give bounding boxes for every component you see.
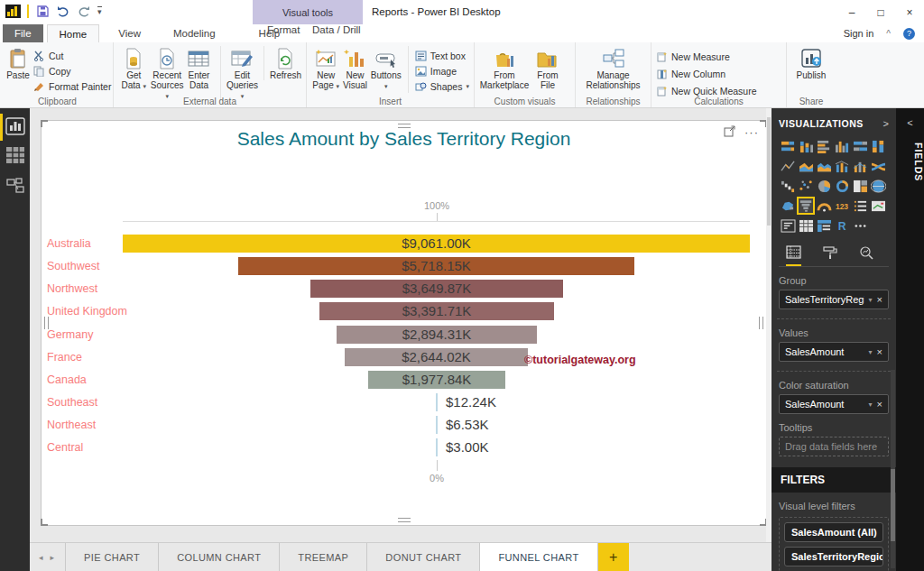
page-tab-pie-chart[interactable]: PIE CHART: [65, 543, 158, 571]
field-pill-group[interactable]: SalesTerritoryRegion ▾ ×: [779, 290, 889, 309]
from-marketplace-button[interactable]: From Marketplace: [479, 46, 530, 90]
fields-panel-collapsed[interactable]: < FIELDS: [896, 108, 924, 571]
viz-icon-line-stacked-column[interactable]: [833, 157, 851, 175]
tab-data-drill[interactable]: Data / Drill: [300, 24, 373, 35]
redo-icon[interactable]: [77, 4, 91, 18]
viz-icon-pie[interactable]: [815, 177, 833, 195]
viz-icon-line-clustered-column[interactable]: [851, 157, 869, 175]
viz-icon-scatter[interactable]: [797, 177, 815, 195]
viz-icon-table[interactable]: [797, 216, 815, 235]
funnel-bar[interactable]: [436, 438, 438, 456]
new-measure-button[interactable]: New Measure: [656, 50, 757, 63]
tab-home[interactable]: Home: [47, 24, 100, 42]
enter-data-button[interactable]: Enter Data: [185, 46, 213, 90]
viz-icon-stacked-bar[interactable]: [779, 137, 797, 155]
funnel-bar[interactable]: $2,644.02K: [345, 348, 528, 366]
manage-relationships-button[interactable]: Manage Relationships: [580, 46, 646, 90]
viz-icon-clustered-bar[interactable]: [815, 137, 833, 155]
drag-handle-right[interactable]: [759, 317, 763, 329]
panel-scrollbar[interactable]: [891, 370, 895, 568]
page-tab-donut-chart[interactable]: DONUT CHART: [366, 543, 479, 571]
page-tab-funnel-chart[interactable]: FUNNEL CHART: [479, 543, 597, 571]
new-column-button[interactable]: New Column: [656, 67, 757, 80]
remove-field-icon[interactable]: ×: [877, 294, 882, 305]
refresh-button[interactable]: Refresh: [263, 46, 301, 80]
field-pill-color-saturation[interactable]: SalesAmount ▾ ×: [779, 394, 889, 414]
viz-icon-donut[interactable]: [833, 177, 851, 195]
drag-handle-bottom[interactable]: [398, 518, 411, 522]
shapes-button[interactable]: Shapes ▾: [415, 79, 469, 93]
viz-icon-clustered-column[interactable]: [833, 137, 851, 155]
format-tab[interactable]: [823, 240, 837, 266]
report-view-button[interactable]: [5, 117, 25, 135]
viz-icon-map[interactable]: [869, 177, 887, 195]
filter-pill[interactable]: SalesAmount (All): [784, 522, 883, 542]
remove-field-icon[interactable]: ×: [877, 346, 882, 357]
dropdown-icon[interactable]: ▾: [869, 348, 873, 356]
funnel-bar[interactable]: $5,718.15K: [238, 257, 634, 275]
text-box-button[interactable]: Text box: [415, 49, 469, 62]
tab-modeling[interactable]: Modeling: [162, 24, 227, 42]
new-quick-measure-button[interactable]: New Quick Measure: [656, 84, 757, 97]
page-nav-forward-icon[interactable]: ▸: [51, 553, 55, 562]
viz-icon-filled-map[interactable]: [779, 197, 797, 215]
viz-icon-stacked-area[interactable]: [815, 157, 833, 175]
new-visual-button[interactable]: New Visual: [340, 46, 369, 90]
viz-icon-area[interactable]: [797, 157, 815, 175]
funnel-bar[interactable]: $3,649.87K: [310, 280, 563, 298]
relationships-view-button[interactable]: [5, 177, 25, 195]
viz-icon-pct-stacked-bar[interactable]: [851, 137, 869, 155]
funnel-bar[interactable]: [436, 416, 438, 434]
image-button[interactable]: Image: [415, 64, 469, 78]
viz-icon-funnel[interactable]: [797, 197, 815, 215]
cut-button[interactable]: Cut: [33, 49, 111, 62]
viz-icon-matrix[interactable]: [815, 216, 833, 235]
dropdown-icon[interactable]: ▾: [869, 401, 873, 409]
viz-icon-line[interactable]: [779, 157, 797, 175]
customize-toolbar-icon[interactable]: ▾: [97, 6, 102, 15]
new-page-button[interactable]: New Page ▾: [311, 46, 340, 91]
analytics-tab[interactable]: [859, 240, 873, 266]
tab-view[interactable]: View: [106, 24, 152, 42]
viz-icon-waterfall[interactable]: [779, 177, 797, 195]
viz-icon-r-script[interactable]: R: [833, 216, 851, 235]
from-file-button[interactable]: From File: [530, 46, 566, 90]
viz-icon-multi-row-card[interactable]: [851, 197, 869, 215]
resize-handle-bottom-left[interactable]: [41, 519, 48, 526]
recent-sources-button[interactable]: Recent Sources ▾: [149, 46, 185, 101]
tab-file[interactable]: File: [3, 24, 43, 42]
page-tab-column-chart[interactable]: COLUMN CHART: [158, 543, 279, 571]
new-page-tab-button[interactable]: +: [598, 543, 629, 571]
paste-button[interactable]: Paste: [6, 46, 30, 80]
close-button[interactable]: ×: [895, 0, 924, 24]
viz-icon-pct-stacked-column[interactable]: [869, 137, 887, 155]
viz-icon-gauge[interactable]: [815, 197, 833, 215]
viz-icon-treemap[interactable]: [851, 177, 869, 195]
fields-tab[interactable]: [786, 240, 801, 266]
save-icon[interactable]: [35, 4, 50, 18]
viz-icon-more[interactable]: [851, 216, 869, 235]
remove-field-icon[interactable]: ×: [877, 399, 882, 410]
page-nav-back-icon[interactable]: ◂: [39, 553, 43, 562]
funnel-bar[interactable]: $9,061.00K: [123, 235, 750, 253]
collapse-ribbon-icon[interactable]: ^: [886, 29, 891, 39]
undo-icon[interactable]: [56, 4, 70, 18]
expand-fields-icon[interactable]: <: [896, 117, 924, 128]
funnel-chart-visual[interactable]: ··· Sales Amount by Sales Territory Regi…: [41, 120, 767, 526]
edit-queries-button[interactable]: Edit Queries ▾: [220, 46, 258, 101]
sign-in-link[interactable]: Sign in: [844, 28, 874, 39]
maximize-button[interactable]: □: [866, 0, 895, 24]
tooltips-dropzone[interactable]: Drag data fields here: [779, 437, 889, 456]
dropdown-icon[interactable]: ▾: [869, 296, 873, 304]
help-icon[interactable]: ?: [903, 28, 915, 40]
field-pill-values[interactable]: SalesAmount ▾ ×: [779, 342, 889, 362]
funnel-bar[interactable]: $3,391.71K: [319, 302, 554, 320]
copy-button[interactable]: Copy: [33, 64, 111, 78]
report-canvas[interactable]: ··· Sales Amount by Sales Territory Regi…: [30, 108, 772, 542]
viz-icon-ribbon[interactable]: [869, 157, 887, 175]
data-view-button[interactable]: [5, 146, 25, 164]
viz-icon-card[interactable]: 123: [833, 197, 851, 215]
collapse-panel-icon[interactable]: >: [883, 118, 889, 129]
viz-icon-stacked-column[interactable]: [797, 137, 815, 155]
viz-icon-kpi[interactable]: [869, 197, 887, 215]
